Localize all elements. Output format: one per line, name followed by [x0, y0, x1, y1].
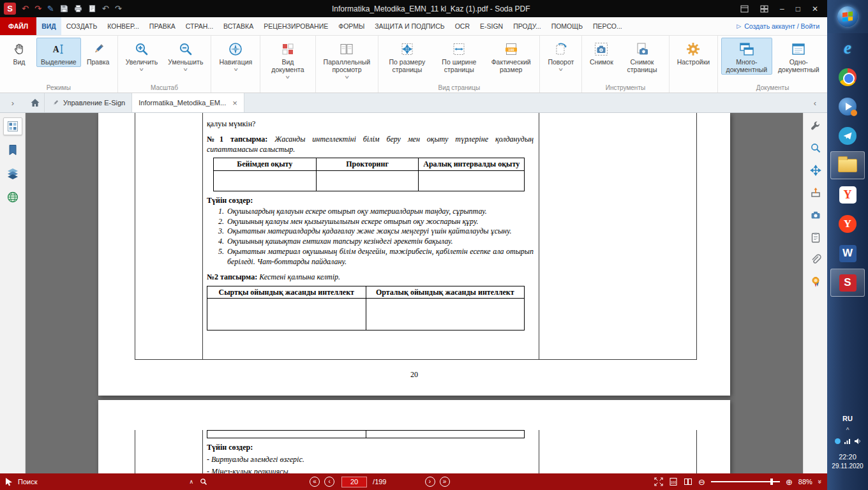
- edit-button[interactable]: Правка: [82, 38, 114, 67]
- multi-document-button[interactable]: Много-документный: [721, 38, 772, 75]
- dropdown-caret-icon[interactable]: ∨: [285, 75, 291, 80]
- soda-logo-icon[interactable]: S: [4, 3, 16, 15]
- export-button[interactable]: [807, 185, 824, 200]
- taskbar-yandex-browser[interactable]: Y: [830, 210, 865, 238]
- taskbar-explorer-folder[interactable]: [830, 151, 865, 179]
- document-view-button[interactable]: Вид документа ∨: [264, 38, 311, 81]
- dropdown-caret-icon[interactable]: ∨: [139, 67, 145, 72]
- bookmarks-panel-button[interactable]: [3, 141, 22, 159]
- menu-tab-ocr[interactable]: OCR: [450, 17, 475, 35]
- zoom-tool-button[interactable]: [807, 140, 824, 156]
- account-link[interactable]: ▷ Создать аккаунт / Войти: [737, 17, 827, 35]
- menu-tab-file[interactable]: ФАЙЛ: [0, 17, 36, 35]
- taskbar-internet-explorer[interactable]: e: [830, 34, 865, 62]
- grid-icon[interactable]: [760, 5, 768, 13]
- zoom-in-button[interactable]: Увеличить ∨: [121, 38, 163, 73]
- document-viewport[interactable]: қалуы мүмкін? №1 тапсырма: Жасанды интел…: [26, 113, 803, 473]
- search-button[interactable]: Поиск: [5, 477, 37, 486]
- parallel-view-button[interactable]: Параллельный просмотр ∨: [319, 38, 375, 81]
- fit-width-button[interactable]: По ширине страницы: [434, 38, 484, 75]
- print-preview-icon[interactable]: [88, 4, 96, 13]
- badge-button[interactable]: [807, 274, 824, 290]
- actual-size-button[interactable]: 100 Фактический размер: [486, 38, 536, 75]
- menu-tab-insert[interactable]: ВСТАВКА: [218, 17, 258, 35]
- snapshot-button[interactable]: Снимок: [585, 38, 617, 67]
- settings-button[interactable]: Настройки: [673, 38, 715, 67]
- attachments-button[interactable]: [807, 252, 824, 267]
- menu-tab-personalize[interactable]: ПЕРСО...: [588, 17, 627, 35]
- fullscreen-icon[interactable]: [654, 477, 663, 486]
- redo-gray-icon[interactable]: ↷: [115, 4, 122, 13]
- taskbar-yandex-app[interactable]: Y: [830, 181, 865, 209]
- redo-icon[interactable]: ↷: [34, 4, 41, 13]
- view-mode-button[interactable]: Вид: [3, 38, 35, 67]
- zoom-out-button[interactable]: ⊖: [698, 478, 705, 486]
- statusbar-expander-icon[interactable]: »: [816, 480, 824, 484]
- tab-close-icon[interactable]: ×: [232, 98, 237, 108]
- current-page-input[interactable]: 20: [341, 477, 367, 487]
- menu-tab-edit[interactable]: ПРАВКА: [144, 17, 181, 35]
- menu-tab-secure[interactable]: ЗАЩИТА И ПОДПИСЬ: [370, 17, 449, 35]
- layers-panel-button[interactable]: [3, 165, 22, 182]
- zoom-out-button[interactable]: Уменьшить ∨: [163, 38, 207, 73]
- previous-page-button[interactable]: ‹: [324, 477, 334, 487]
- menu-tab-forms[interactable]: ФОРМЫ: [333, 17, 370, 35]
- rotate-button[interactable]: Поворот ∨: [543, 38, 578, 73]
- taskbar-chrome[interactable]: [830, 63, 865, 91]
- minimize-button[interactable]: –: [780, 4, 784, 13]
- menu-tab-review[interactable]: РЕЦЕНЗИРОВАНИЕ: [258, 17, 333, 35]
- navigation-button[interactable]: Навигация ∨: [214, 38, 257, 73]
- dropdown-caret-icon[interactable]: ∨: [183, 67, 188, 72]
- search-magnifier-icon[interactable]: [200, 478, 207, 486]
- collapse-chevron-icon[interactable]: ∧: [189, 479, 193, 485]
- dropdown-caret-icon[interactable]: ∨: [233, 67, 239, 72]
- left-panel-expand-icon[interactable]: ›: [0, 93, 26, 112]
- menu-tab-view[interactable]: ВИД: [36, 17, 61, 35]
- fit-page-button[interactable]: По размеру страницы: [382, 38, 432, 75]
- page-layout-icon[interactable]: [684, 477, 692, 486]
- tray-network-icon[interactable]: [844, 438, 851, 445]
- tray-app-icon[interactable]: [834, 438, 841, 445]
- right-panel-expand-icon[interactable]: ‹: [803, 93, 827, 112]
- taskbar-soda-pdf[interactable]: S: [830, 269, 865, 297]
- web-panel-button[interactable]: [3, 188, 22, 206]
- close-button[interactable]: ✕: [812, 4, 818, 13]
- menu-tab-esign[interactable]: E-SIGN: [475, 17, 508, 35]
- zoom-in-button[interactable]: ⊕: [786, 478, 793, 486]
- tools-wrench-button[interactable]: [807, 118, 824, 133]
- taskbar-media-player[interactable]: [830, 93, 865, 121]
- taskbar-clock[interactable]: 22:20 29.11.2020: [832, 452, 863, 471]
- save-icon[interactable]: [60, 4, 68, 13]
- language-indicator[interactable]: RU: [839, 413, 857, 424]
- dropdown-caret-icon[interactable]: ∨: [558, 67, 564, 72]
- pan-tool-button[interactable]: [807, 163, 824, 178]
- home-tab[interactable]: [26, 93, 45, 112]
- edit-pencil-icon[interactable]: ✎: [47, 4, 54, 13]
- menu-tab-products[interactable]: ПРОДУ...: [508, 17, 546, 35]
- thumbnails-panel-button[interactable]: [3, 117, 22, 135]
- zoom-slider-thumb[interactable]: [770, 479, 773, 485]
- tab-esign-management[interactable]: Управление E-Sign: [45, 93, 132, 112]
- menu-tab-create[interactable]: СОЗДАТЬ: [61, 17, 102, 35]
- menu-tab-convert[interactable]: КОНВЕР...: [102, 17, 144, 35]
- clipboard-button[interactable]: [807, 230, 824, 245]
- dropdown-caret-icon[interactable]: ∨: [344, 75, 350, 80]
- select-button[interactable]: A Выделение: [36, 38, 81, 67]
- zoom-slider[interactable]: [711, 481, 780, 482]
- maximize-button[interactable]: □: [796, 4, 800, 13]
- snapshot-tool-button[interactable]: [807, 207, 824, 223]
- tab-informatika-pdf[interactable]: Informatika_Metodika_EM... ×: [132, 93, 244, 112]
- single-document-button[interactable]: Одно-документный: [774, 38, 824, 75]
- actual-size-status-icon[interactable]: 100: [669, 477, 678, 486]
- tray-volume-icon[interactable]: [854, 438, 862, 445]
- taskbar-telegram[interactable]: [830, 122, 865, 150]
- first-page-button[interactable]: «: [310, 477, 320, 487]
- page-snapshot-button[interactable]: Снимок страницы: [618, 38, 665, 75]
- menu-tab-help[interactable]: ПОМОЩЬ: [546, 17, 588, 35]
- last-page-button[interactable]: »: [440, 477, 450, 487]
- undo-icon[interactable]: ↶: [22, 4, 29, 13]
- layout-icon[interactable]: [740, 5, 749, 13]
- taskbar-word[interactable]: W: [830, 239, 865, 267]
- print-icon[interactable]: [74, 4, 82, 13]
- menu-tab-pages[interactable]: СТРАН...: [181, 17, 218, 35]
